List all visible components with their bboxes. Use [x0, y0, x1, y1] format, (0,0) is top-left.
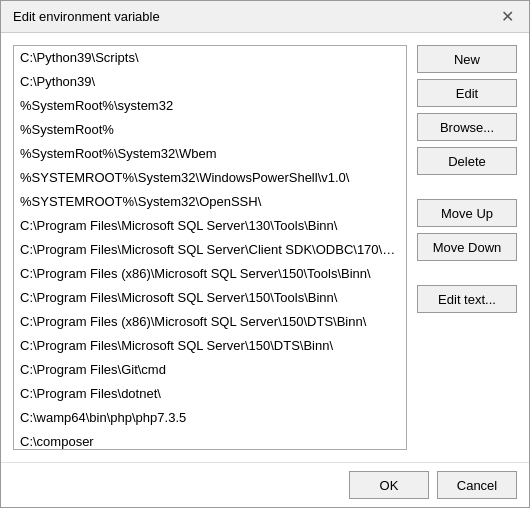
dialog-content: C:\Python39\Scripts\C:\Python39\%SystemR…	[1, 33, 529, 462]
cancel-button[interactable]: Cancel	[437, 471, 517, 499]
env-variable-list[interactable]: C:\Python39\Scripts\C:\Python39\%SystemR…	[13, 45, 407, 450]
list-item[interactable]: C:\Program Files\Microsoft SQL Server\Cl…	[14, 238, 406, 262]
ok-button[interactable]: OK	[349, 471, 429, 499]
spacer-2	[417, 267, 517, 279]
list-item[interactable]: %SystemRoot%\system32	[14, 94, 406, 118]
list-item[interactable]: C:\Program Files\Microsoft SQL Server\13…	[14, 214, 406, 238]
browse-button[interactable]: Browse...	[417, 113, 517, 141]
edit-text-button[interactable]: Edit text...	[417, 285, 517, 313]
list-item[interactable]: C:\Program Files\Microsoft SQL Server\15…	[14, 286, 406, 310]
edit-button[interactable]: Edit	[417, 79, 517, 107]
move-down-button[interactable]: Move Down	[417, 233, 517, 261]
spacer-1	[417, 181, 517, 193]
list-item[interactable]: C:\Program Files (x86)\Microsoft SQL Ser…	[14, 262, 406, 286]
list-item[interactable]: %SYSTEMROOT%\System32\OpenSSH\	[14, 190, 406, 214]
close-button[interactable]: ✕	[497, 7, 517, 27]
dialog-footer: OK Cancel	[1, 462, 529, 507]
list-item[interactable]: C:\Program Files\Git\cmd	[14, 358, 406, 382]
list-item[interactable]: C:\Python39\	[14, 70, 406, 94]
list-item[interactable]: C:\composer	[14, 430, 406, 450]
list-item[interactable]: %SYSTEMROOT%\System32\WindowsPowerShell\…	[14, 166, 406, 190]
list-item[interactable]: %SystemRoot%	[14, 118, 406, 142]
list-item[interactable]: C:\Python39\Scripts\	[14, 46, 406, 70]
new-button[interactable]: New	[417, 45, 517, 73]
title-bar: Edit environment variable ✕	[1, 1, 529, 33]
list-item[interactable]: C:\Program Files (x86)\Microsoft SQL Ser…	[14, 310, 406, 334]
dialog-title: Edit environment variable	[13, 9, 160, 24]
move-up-button[interactable]: Move Up	[417, 199, 517, 227]
buttons-panel: New Edit Browse... Delete Move Up Move D…	[417, 45, 517, 450]
edit-env-variable-dialog: Edit environment variable ✕ C:\Python39\…	[0, 0, 530, 508]
list-item[interactable]: C:\Program Files\Microsoft SQL Server\15…	[14, 334, 406, 358]
delete-button[interactable]: Delete	[417, 147, 517, 175]
list-item[interactable]: %SystemRoot%\System32\Wbem	[14, 142, 406, 166]
list-item[interactable]: C:\wamp64\bin\php\php7.3.5	[14, 406, 406, 430]
list-item[interactable]: C:\Program Files\dotnet\	[14, 382, 406, 406]
